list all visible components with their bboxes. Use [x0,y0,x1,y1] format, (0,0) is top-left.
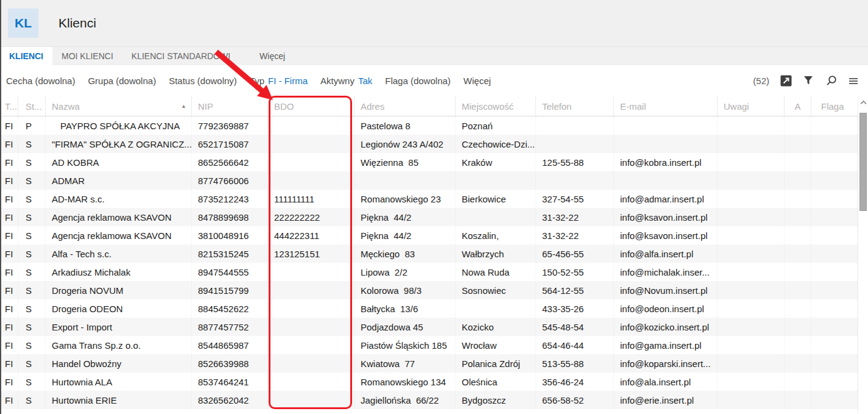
column-header-adres[interactable]: Adres [355,96,456,116]
scrollbar-thumb[interactable] [859,113,867,211]
cell-nazwa: ADMAR [46,171,192,190]
cell-flaga [811,208,858,226]
tab-klienci-standardowi[interactable]: KLIENCI STANDARDOWI [122,47,239,65]
module-badge: KL [8,9,38,38]
table-row[interactable]: FISAD KOBRA8652566642Więzienna 85Kraków1… [0,153,858,171]
search-icon[interactable] [825,75,837,87]
column-header-label: Flaga [821,101,844,112]
filter-grupa-dowolna-[interactable]: Grupa (dowolna) [88,76,156,86]
tab-klienci[interactable]: KLIENCI [0,47,52,65]
cell-flaga [811,135,858,153]
table-row[interactable]: FISADMAR8774766006 [0,171,858,190]
filter-status-dowolny-[interactable]: Status (dowolny) [169,76,237,86]
cell-miejscowosc [456,299,536,318]
export-icon[interactable] [780,75,792,87]
column-header-nazwa[interactable]: Nazwa▲ [46,96,192,116]
scroll-up-button[interactable] [858,98,868,107]
cell-email [614,171,718,190]
filter-value[interactable]: Tak [358,76,372,86]
cell-bdo [268,336,355,354]
cell-typ: FI [0,281,18,299]
filter-typ[interactable]: TypFI - Firma [250,76,308,86]
tab-moi-klienci[interactable]: MOI KLIENCI [52,47,122,65]
column-header-uwagi[interactable]: Uwagi [718,96,785,116]
table-row[interactable]: FISArkadiusz Michalak8947544555Lipowa 2/… [0,263,858,281]
table-row[interactable]: FISAgencja reklamowa KSAVON8478899698222… [0,208,858,226]
table-row[interactable]: FISHandel Obwoźny8526639988Kwiatowa 77Po… [0,354,858,373]
cell-bdo [268,171,355,190]
table-row[interactable]: FISDrogeria NOVUM8941515799Kolorowa 98/3… [0,281,858,299]
table-row[interactable]: FISAD-MAR s.c.8735212243111111111Romanow… [0,190,858,208]
cell-flaga [811,153,858,171]
cell-a [785,336,811,354]
column-header-miejscowosc[interactable]: Miejscowość [456,96,536,116]
cell-miejscowosc: Poznań [456,116,536,135]
cell-typ: FI [0,208,18,226]
cell-email: info@Novum.insert.pl [614,281,718,299]
cell-adres: Piastów Śląskich 185 [355,336,456,354]
cell-status: S [18,336,46,354]
column-header-label: Miejscowość [462,101,513,112]
table-row[interactable]: FIPPAYPRO SPÓŁKA AKCYJNA7792369887Pastel… [0,116,858,135]
cell-telefon: 433-35-26 [536,299,614,318]
cell-status: S [18,354,46,373]
filter-cecha-dowolna-[interactable]: Cecha (dowolna) [6,76,75,86]
column-header-nip[interactable]: NIP [192,96,268,116]
cell-miejscowosc: Kozicko [456,318,536,336]
cell-a [785,373,811,391]
table-row[interactable]: FISGama Trans Sp.z o.o.8544865987Piastów… [0,336,858,354]
cell-a [785,171,811,190]
column-header-flaga[interactable]: Flaga [811,96,858,116]
cell-uwagi [718,391,785,409]
cell-adres: Piękna 44/2 [355,226,456,244]
cell-nip: 8774766006 [192,171,268,190]
table-row[interactable]: FIS"FIRMA" SPÓŁKA Z OGRANICZ...652171508… [0,135,858,153]
tab-wi-cej[interactable]: Więcej [250,47,294,65]
column-header-label: Telefon [542,101,571,112]
column-header-email[interactable]: E-mail [614,96,718,116]
cell-status: S [18,318,46,336]
table-row[interactable]: FISHurtownia ERIE8326562042Jagiellońska … [0,391,858,409]
cell-nazwa: AD-MAR s.c. [46,190,192,208]
column-header-bdo[interactable]: BDO [268,96,355,116]
cell-typ: FI [0,391,18,409]
filter-items: Cecha (dowolna)Grupa (dowolna)Status (do… [6,76,491,86]
app-window: KL Klienci KLIENCIMOI KLIENCIKLIENCI STA… [0,0,868,414]
cell-miejscowosc [456,208,536,226]
cell-telefon: 356-46-24 [536,373,614,391]
cell-telefon: 125-55-88 [536,153,614,171]
cell-adres: Romanowskiego 23 [355,190,456,208]
cell-adres: Bałtycka 13/6 [355,299,456,318]
column-header-telefon[interactable]: Telefon [536,96,614,116]
cell-nip: 6521715087 [192,135,268,153]
filter-flaga-dowolna-[interactable]: Flaga (dowolna) [385,76,451,86]
vertical-scrollbar[interactable] [858,96,868,414]
cell-bdo [268,373,355,391]
cell-miejscowosc: Wrocław [456,336,536,354]
column-header-status[interactable]: St... [18,96,46,116]
table-row[interactable]: FISHurtownia ALA8537464241Romanowskiego … [0,373,858,391]
cell-nip: 8326562042 [192,391,268,409]
column-header-typ[interactable]: T... [0,96,18,116]
filter-aktywny[interactable]: AktywnyTak [320,76,372,86]
cell-nazwa: "FIRMA" SPÓŁKA Z OGRANICZ... [46,135,192,153]
table-row[interactable]: FISAlfa - Tech s.c.8215315245123125151Mę… [0,244,858,263]
column-header-a[interactable]: A [785,96,811,116]
table-row[interactable]: FISExport - Import8877457752Podjazdowa 4… [0,318,858,336]
filter-value[interactable]: FI - Firma [268,76,308,86]
table-row[interactable]: FISAgencja reklamowa KSAVON3810048916444… [0,226,858,244]
cell-uwagi [718,190,785,208]
cell-email: info@ksavon.insert.pl [614,208,718,226]
table-row[interactable]: FISDrogeria ODEON8845452622Bałtycka 13/6… [0,299,858,318]
filter-icon[interactable] [802,75,814,87]
cell-status: S [18,171,46,190]
sort-ascending-icon: ▲ [181,103,186,109]
menu-icon[interactable] [847,75,859,87]
cell-flaga [811,318,858,336]
cell-uwagi [718,263,785,281]
column-header-label: St... [26,101,42,112]
filter-wi-cej[interactable]: Więcej [464,76,491,86]
cell-status: S [18,226,46,244]
cell-typ: FI [0,354,18,373]
cell-a [785,354,811,373]
